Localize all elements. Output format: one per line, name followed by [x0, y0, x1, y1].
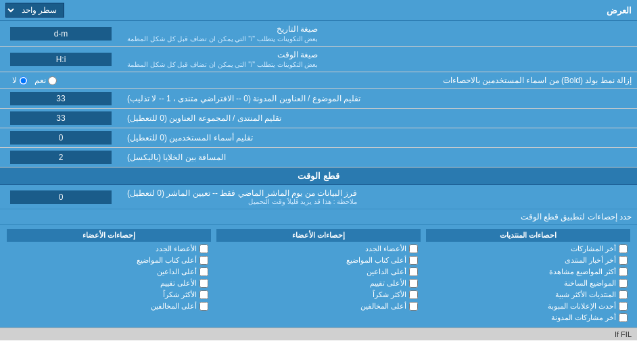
stat-item-1-5: المنتديات الأكثر شبية: [426, 289, 630, 301]
spacing-input-container: [0, 148, 122, 167]
stat-item-3-2: أعلى كتاب المواضيع: [7, 255, 211, 266]
stat-checkbox-1-6[interactable]: [619, 302, 628, 311]
stat-item-3-5: الأكثر شكراً: [7, 289, 211, 301]
limit-label: حدد إحصاءات لتطبيق قطع الوقت: [5, 212, 632, 222]
date-format-input[interactable]: [10, 27, 112, 41]
stat-item-3-6: أعلى المخالفين: [7, 301, 211, 312]
stat-checkbox-1-2[interactable]: [619, 256, 628, 265]
cutoff-label: فرز البيانات من يوم الماشر الماضي فقط --…: [122, 185, 637, 209]
stat-checkbox-2-5[interactable]: [409, 290, 418, 299]
stat-checkbox-2-6[interactable]: [409, 302, 418, 311]
threads-row: تقليم الموضوع / العناوين المدونة (0 -- ا…: [0, 89, 637, 109]
stat-item-1-4: المواضيع الساخنة: [426, 278, 630, 289]
stat-item-1-1: أخر المشاركات: [426, 243, 630, 255]
stat-checkbox-3-4[interactable]: [199, 279, 208, 288]
bold-remove-label: إزالة نمط بولد (Bold) من اسماء المستخدمي…: [57, 76, 632, 85]
cutoff-row: فرز البيانات من يوم الماشر الماضي فقط --…: [0, 185, 637, 209]
date-format-input-container: [0, 21, 122, 46]
stats-grid: احصاءات المنتديات أخر المشاركات أخر أخبا…: [4, 229, 633, 323]
date-format-row: صيغة التاريخ بعض التكوينات يتطلب "/" الت…: [0, 21, 637, 47]
time-format-label: صيغة الوقت بعض التكوينات يتطلب "/" التي …: [122, 47, 637, 72]
stat-checkbox-3-2[interactable]: [199, 256, 208, 265]
time-format-input-container: [0, 47, 122, 72]
threads-input[interactable]: [10, 92, 112, 105]
spacing-input[interactable]: [10, 151, 112, 164]
forum-label: تقليم المنتدى / المجموعة العناوين (0 للت…: [122, 109, 637, 128]
stat-item-1-6: أحدث الإعلانات المبوبة: [426, 301, 630, 312]
col2-header: إحصاءات الأعضاء: [216, 229, 421, 242]
stat-checkbox-1-7[interactable]: [619, 313, 628, 322]
radio-yes-label[interactable]: نعم: [34, 76, 57, 85]
date-format-label: صيغة التاريخ بعض التكوينات يتطلب "/" الت…: [122, 21, 637, 46]
bold-remove-row: إزالة نمط بولد (Bold) من اسماء المستخدمي…: [0, 72, 637, 89]
stat-checkbox-1-5[interactable]: [619, 290, 628, 299]
forum-input-container: [0, 109, 122, 128]
header-row: العرض سطر واحد سطران ثلاثة أسطر: [0, 0, 637, 21]
usernames-input-container: [0, 128, 122, 147]
stat-checkbox-2-3[interactable]: [409, 267, 418, 276]
cutoff-input[interactable]: [10, 190, 112, 204]
time-cutoff-header: قطع الوقت: [0, 167, 637, 185]
stat-item-2-3: أعلى الداعين: [216, 266, 421, 278]
usernames-input[interactable]: [10, 131, 112, 145]
stat-checkbox-2-2[interactable]: [409, 256, 418, 265]
stat-checkbox-1-1[interactable]: [619, 244, 628, 253]
stats-col-1: احصاءات المنتديات أخر المشاركات أخر أخبا…: [423, 229, 633, 323]
usernames-label: تقليم أسماء المستخدمين (0 للتعطيل): [122, 128, 637, 147]
stat-item-3-3: أعلى الداعين: [7, 266, 211, 278]
stat-item-2-6: أعلى المخالفين: [216, 301, 421, 312]
display-select[interactable]: سطر واحد سطران ثلاثة أسطر: [5, 3, 64, 18]
time-format-input[interactable]: [10, 53, 112, 66]
stat-checkbox-3-6[interactable]: [199, 302, 208, 311]
stat-checkbox-2-1[interactable]: [409, 244, 418, 253]
cutoff-input-container: [0, 185, 122, 209]
usernames-row: تقليم أسماء المستخدمين (0 للتعطيل): [0, 128, 637, 148]
threads-input-container: [0, 89, 122, 108]
limit-row: حدد إحصاءات لتطبيق قطع الوقت: [0, 209, 637, 225]
stat-checkbox-1-4[interactable]: [619, 279, 628, 288]
stat-item-3-4: الأعلى تقييم: [7, 278, 211, 289]
stat-item-2-1: الأعضاء الجدد: [216, 243, 421, 255]
stat-item-1-2: أخر أخبار المنتدى: [426, 255, 630, 266]
stat-checkbox-3-1[interactable]: [199, 244, 208, 253]
stat-checkbox-3-3[interactable]: [199, 267, 208, 276]
threads-label: تقليم الموضوع / العناوين المدونة (0 -- ا…: [122, 89, 637, 108]
col3-header: إحصاءات الأعضاء: [7, 229, 211, 242]
forum-row: تقليم المنتدى / المجموعة العناوين (0 للت…: [0, 109, 637, 128]
stats-col-3: إحصاءات الأعضاء الأعضاء الجدد أعلى كتاب …: [4, 229, 214, 323]
stats-bottom-section: احصاءات المنتديات أخر المشاركات أخر أخبا…: [0, 225, 637, 328]
page-wrapper: العرض سطر واحد سطران ثلاثة أسطر صيغة الت…: [0, 0, 637, 340]
stat-checkbox-2-4[interactable]: [409, 279, 418, 288]
stats-col-2: إحصاءات الأعضاء الأعضاء الجدد أعلى كتاب …: [214, 229, 423, 323]
radio-no[interactable]: [19, 76, 28, 85]
radio-yes[interactable]: [48, 76, 57, 85]
time-format-row: صيغة الوقت بعض التكوينات يتطلب "/" التي …: [0, 47, 637, 72]
stat-checkbox-1-3[interactable]: [619, 267, 628, 276]
stat-item-2-5: الأكثر شكراً: [216, 289, 421, 301]
bold-radio-group: نعم لا: [5, 76, 57, 85]
spacing-label: المسافة بين الخلايا (بالبكسل): [122, 148, 637, 167]
header-label: العرض: [607, 5, 632, 16]
footer-note-text: If FIL: [615, 330, 632, 338]
col1-header: احصاءات المنتديات: [426, 229, 630, 242]
stat-checkbox-3-5[interactable]: [199, 290, 208, 299]
stat-item-1-7: أخر مشاركات المدونة: [426, 312, 630, 323]
stat-item-2-4: الأعلى تقييم: [216, 278, 421, 289]
forum-input[interactable]: [10, 111, 112, 125]
radio-no-label[interactable]: لا: [12, 76, 28, 85]
stat-item-2-2: أعلى كتاب المواضيع: [216, 255, 421, 266]
stat-item-3-1: الأعضاء الجدد: [7, 243, 211, 255]
stat-item-1-3: أكثر المواضيع مشاهدة: [426, 266, 630, 278]
spacing-row: المسافة بين الخلايا (بالبكسل): [0, 148, 637, 167]
footer-note: If FIL: [0, 328, 637, 340]
